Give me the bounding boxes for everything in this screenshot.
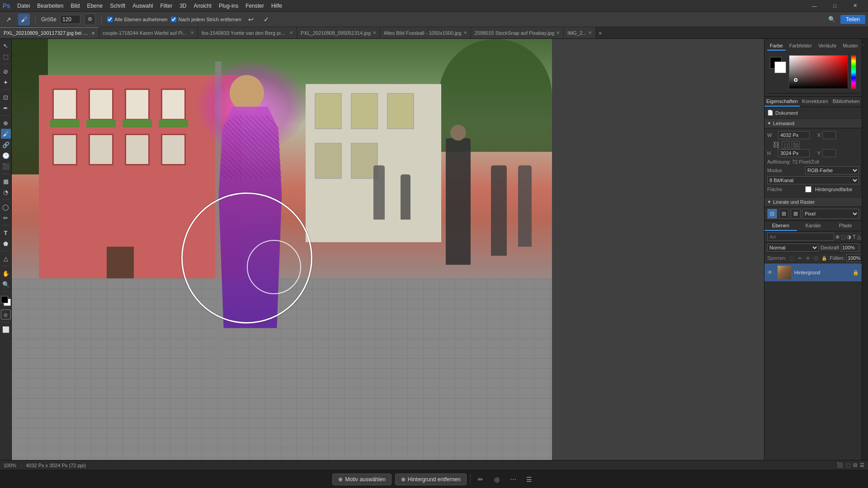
props-tab-bibliotheken[interactable]: Bibliotheken [830,97,862,107]
menu-datei[interactable]: Datei [14,2,33,10]
color-tab-farbe[interactable]: Farbe [767,42,786,51]
all-layers-checkbox[interactable] [107,17,113,22]
tabs-arrow[interactable]: » [596,30,604,36]
rulers-section-header[interactable]: ▼ Lineale und Raster [764,197,862,207]
color-gradient-picker[interactable] [789,55,848,89]
motiv-auswaehlen-btn[interactable]: ⊕ Motiv auswählen [332,474,391,485]
lock-artboard-btn[interactable]: ⬡ [812,254,820,262]
depth-select[interactable]: 8 Bit/Kanal 16 Bit/Kanal 32 Bit/Kanal [767,176,859,184]
taskbar-circle-btn[interactable]: ◎ [491,473,503,486]
close-btn[interactable]: ✕ [845,1,865,11]
tab-3[interactable]: PXL_20210908_095051314.jpg ✕ [297,27,380,39]
tool-clone[interactable]: 🔗 [1,140,11,150]
history-status[interactable]: ⬚ [846,462,850,468]
menu-plugins[interactable]: Plug-ins [215,2,242,10]
ruler-lines-btn[interactable]: ⊟ [767,209,777,219]
lock-transparent-btn[interactable]: ⬚ [788,254,795,262]
quick-mask-btn[interactable]: ◎ [1,310,11,319]
hue-bar[interactable] [851,55,856,89]
maximize-btn[interactable]: □ [825,1,845,11]
tool-eraser[interactable]: ⬛ [1,161,11,171]
y-input[interactable] [822,149,836,157]
tab-2[interactable]: fox-1540833 Yvette van den Berg pixabay.… [198,27,297,39]
tool-lasso[interactable]: ⊘ [1,66,11,76]
layers-tab-pfade[interactable]: Pfade [829,221,862,231]
foreground-color[interactable] [1,296,8,303]
canvas-area[interactable] [12,39,764,460]
brush-settings-btn[interactable]: ⚙ [84,14,96,25]
undo-btn[interactable]: ↩ [245,14,257,25]
tool-crop[interactable]: ⊡ [1,92,11,102]
hintergrund-entfernen-btn[interactable]: ⊗ Hintergrund entfernen [395,474,467,485]
menu-bearbeiten[interactable]: Bearbeiten [33,2,67,10]
tool-zoom[interactable]: 🔍 [1,279,11,289]
link-btn-2[interactable]: ⬛ [792,141,800,149]
tool-brush-btn[interactable]: 🖌 [18,14,30,25]
brush-size-input[interactable] [60,15,80,24]
link-icon[interactable]: ⛓ [773,141,780,149]
remove-after-stroke-checkbox[interactable] [171,17,176,22]
layer-mask-btn[interactable]: ⬚ [841,233,845,241]
tool-pen[interactable]: ✏ [1,213,11,223]
search-btn[interactable]: 🔍 [827,14,837,24]
menu-auswahl[interactable]: Auswahl [129,2,156,10]
tool-dodge[interactable]: ◯ [1,202,11,212]
tab-1[interactable]: couple-1718244 Karen Warfel auf Pixabay.… [99,27,198,39]
color-swatches[interactable] [1,296,11,306]
x-input[interactable] [822,131,836,139]
layers-tab-ebenen[interactable]: Ebenen [764,221,797,231]
tab-1-close[interactable]: ✕ [190,30,194,35]
confirm-btn[interactable]: ✓ [260,14,272,25]
opacity-input[interactable] [841,244,859,252]
layer-item-hintergrund[interactable]: 👁 Hintergrund 🔒 [764,263,862,282]
layer-add-style-btn[interactable]: ⊕ [835,233,840,241]
layer-shape-btn[interactable]: △ [857,233,861,241]
tool-move[interactable]: ↖ [1,41,11,51]
taskbar-menu-btn[interactable]: ☰ [523,473,536,486]
gpu-status[interactable]: ⬛ [837,462,843,468]
tab-2-close[interactable]: ✕ [289,30,293,35]
tab-0-close[interactable]: ✕ [91,31,95,36]
lock-all-btn[interactable]: 🔒 [821,254,828,262]
tool-text[interactable]: T [1,228,11,238]
props-tab-korrekturen[interactable]: Korrekturen [800,97,831,107]
canvas-section-header[interactable]: ▼ Leinwand [764,119,862,128]
tool-eyedropper[interactable]: ✒ [1,103,11,113]
lock-position-btn[interactable]: ✛ [804,254,811,262]
menu-ebene[interactable]: Ebene [83,2,106,10]
layer-visibility-eye[interactable]: 👁 [767,269,774,276]
height-input[interactable] [778,149,810,157]
all-layers-label[interactable]: Alle Ebenen aufnehmen [107,17,167,22]
ruler-unit-select[interactable]: Pixel Zoll Zentimeter Millimeter [802,209,859,219]
fg-bg-swatches[interactable] [770,57,786,73]
link-btn-1[interactable]: ⬚ [782,141,790,149]
tool-blur[interactable]: ◔ [1,187,11,197]
menu-3d[interactable]: 3D [176,2,190,10]
color-tab-farbfelder[interactable]: Farbfelder [787,42,815,51]
layers-tab-kanaele[interactable]: Kanäle [797,221,830,231]
tab-5-close[interactable]: ✕ [556,30,560,35]
tool-selection[interactable]: ⬚ [1,52,11,61]
width-input[interactable] [778,131,810,139]
remove-after-stroke-label[interactable]: Nach jedem Strich entfernen [171,17,241,22]
props-tab-eigenschaften[interactable]: Eigenschaften [764,97,800,107]
menu-ansicht[interactable]: Ansicht [190,2,215,10]
share-btn[interactable]: Teilen [840,15,865,24]
tool-select-btn[interactable]: ↗ [3,14,14,25]
layer-text-btn[interactable]: T [853,233,856,241]
arrange-btn[interactable]: ⊟ [853,462,857,468]
menu-filter[interactable]: Filter [157,2,176,10]
color-tab-muster[interactable]: Muster [840,42,861,51]
ruler-snap-btn[interactable]: ⊠ [791,209,801,219]
lock-pixels-btn[interactable]: ✏ [796,254,803,262]
tab-6-close[interactable]: ✕ [588,30,592,35]
menu-fenster[interactable]: Fenster [242,2,268,10]
tab-3-close[interactable]: ✕ [373,30,376,35]
tab-0[interactable]: PXL_20210809_100117327.jpg bei 100% (RGB… [0,27,99,39]
color-tab-verlaeufe[interactable]: Verläufe [816,42,839,51]
menu-hilfe[interactable]: Hilfe [268,2,286,10]
tool-magic-wand[interactable]: ✦ [1,77,11,87]
tab-6[interactable]: IMG_2... ✕ [564,27,596,39]
tab-4-close[interactable]: ✕ [463,30,467,35]
tool-gradient[interactable]: ▦ [1,176,11,186]
